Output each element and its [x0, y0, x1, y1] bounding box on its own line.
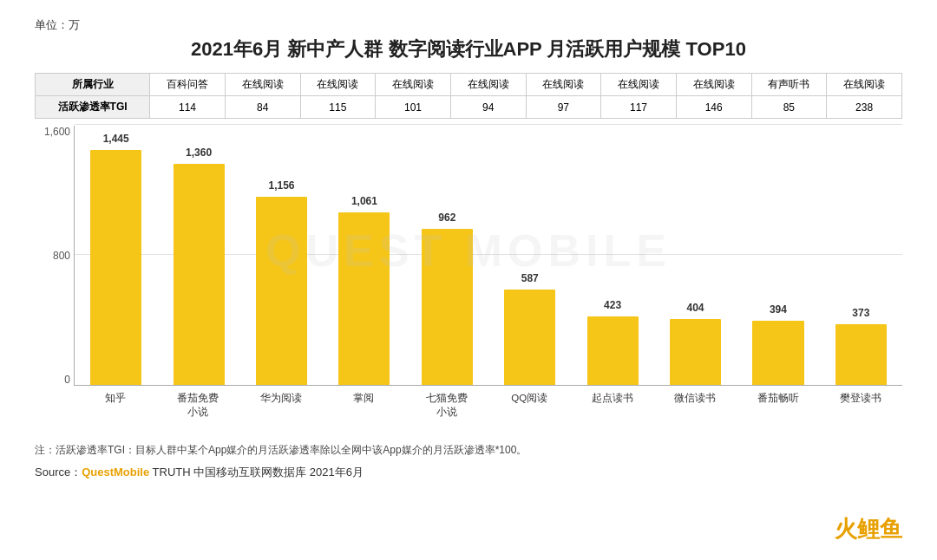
- bar-group-5: 587: [488, 126, 571, 385]
- bar-2: 1,156: [256, 197, 307, 385]
- table-col-header-tgi: 活跃渗透率TGI: [36, 96, 150, 119]
- main-container: 单位：万 2021年6月 新中产人群 数字阅读行业APP 月活跃用户规模 TOP…: [0, 0, 937, 560]
- bar-group-8: 394: [737, 126, 819, 385]
- y-axis: 1,6008000: [35, 126, 74, 386]
- table-cell-tgi-5: 97: [526, 96, 601, 119]
- table-cell-industry-6: 在线阅读: [601, 74, 677, 96]
- bar-value-2: 1,156: [268, 179, 294, 192]
- table-cell-tgi-6: 117: [601, 96, 677, 119]
- table-cell-tgi-7: 146: [676, 96, 751, 119]
- x-label-6: 起点读书: [571, 387, 654, 419]
- source-line: Source：QuestMobile TRUTH 中国移动互联网数据库 2021…: [35, 465, 902, 480]
- x-labels: 知乎番茄免费小说华为阅读掌阅七猫免费小说QQ阅读起点读书微信读书番茄畅听樊登读书: [74, 387, 902, 419]
- x-label-4: 七猫免费小说: [405, 387, 488, 419]
- source-brand: QuestMobile: [82, 466, 149, 479]
- bar-group-2: 1,156: [240, 126, 323, 385]
- bar-group-6: 423: [571, 126, 653, 385]
- bar-value-3: 1,061: [351, 195, 377, 207]
- x-label-text: 华为阅读: [260, 391, 302, 405]
- bar-9: 373: [835, 324, 887, 385]
- note: 注：活跃渗透率TGI：目标人群中某个App媒介的月活跃渗透率除以全网中该App媒…: [35, 443, 902, 458]
- bar-group-3: 1,061: [323, 126, 405, 385]
- table-cell-tgi-8: 85: [751, 96, 827, 119]
- source-suffix: TRUTH 中国移动互联网数据库 2021年6月: [149, 466, 364, 479]
- bar-3: 1,061: [338, 212, 390, 385]
- table-cell-tgi-3: 101: [376, 96, 451, 119]
- bar-5: 587: [504, 290, 555, 385]
- table-cell-industry-8: 有声听书: [751, 74, 827, 96]
- table-col-header-industry: 所属行业: [36, 74, 150, 96]
- bar-group-1: 1,360: [157, 126, 239, 385]
- x-label-7: 微信读书: [654, 387, 737, 419]
- info-table: 所属行业百科问答在线阅读在线阅读在线阅读在线阅读在线阅读在线阅读在线阅读有声听书…: [35, 73, 902, 119]
- x-label-text: 番茄免费: [177, 391, 219, 405]
- bar-value-1: 1,360: [186, 147, 212, 159]
- bar-0: 1,445: [90, 150, 141, 385]
- bar-4: 962: [422, 229, 473, 385]
- table-cell-industry-2: 在线阅读: [300, 74, 376, 96]
- y-axis-label: 0: [64, 374, 70, 386]
- chart-title: 2021年6月 新中产人群 数字阅读行业APP 月活跃用户规模 TOP10: [35, 36, 902, 62]
- x-label-text: 起点读书: [592, 391, 633, 405]
- x-label-8: 番茄畅听: [737, 387, 820, 419]
- unit-label: 单位：万: [35, 17, 902, 33]
- x-label-text: 番茄畅听: [757, 391, 799, 405]
- bar-group-0: 1,445: [75, 126, 157, 385]
- logo: 火鲤鱼: [835, 514, 902, 544]
- bar-value-5: 587: [521, 272, 539, 284]
- source-prefix: Source：: [35, 466, 82, 479]
- x-label-text: 知乎: [105, 391, 126, 405]
- bar-1: 1,360: [174, 164, 225, 385]
- grid-line-1600: [75, 124, 902, 125]
- bars-container: 1,4451,3601,1561,061962587423404394373: [74, 126, 902, 386]
- table-cell-tgi-2: 115: [300, 96, 376, 119]
- x-label-text: 小说: [436, 405, 457, 419]
- bar-value-7: 404: [687, 302, 704, 314]
- table-cell-industry-0: 百科问答: [150, 74, 226, 96]
- x-label-9: 樊登读书: [820, 387, 903, 419]
- bar-group-9: 373: [820, 126, 902, 385]
- bar-6: 423: [587, 316, 639, 385]
- table-cell-tgi-4: 94: [450, 96, 526, 119]
- bar-group-7: 404: [654, 126, 737, 385]
- x-label-2: 华为阅读: [239, 387, 323, 419]
- table-cell-industry-5: 在线阅读: [526, 74, 601, 96]
- y-axis-label: 1,600: [44, 126, 70, 138]
- table-cell-tgi-9: 238: [827, 96, 902, 119]
- x-label-3: 掌阅: [323, 387, 406, 419]
- chart-inner: 1,6008000 1,4451,3601,1561,0619625874234…: [35, 126, 902, 438]
- x-label-1: 番茄免费小说: [157, 387, 240, 419]
- logo-text: 火鲤鱼: [835, 516, 902, 542]
- x-label-text: 小说: [187, 405, 208, 419]
- table-cell-tgi-1: 84: [225, 96, 300, 119]
- bar-value-8: 394: [770, 303, 787, 316]
- table-cell-industry-7: 在线阅读: [676, 74, 751, 96]
- y-axis-label: 800: [53, 250, 70, 262]
- bar-value-4: 962: [438, 212, 455, 224]
- table-cell-industry-3: 在线阅读: [376, 74, 451, 96]
- table-cell-tgi-0: 114: [150, 96, 226, 119]
- bar-value-0: 1,445: [103, 133, 129, 145]
- x-label-text: 掌阅: [353, 391, 374, 405]
- x-label-5: QQ阅读: [488, 387, 572, 419]
- x-label-text: 七猫免费: [426, 391, 468, 405]
- table-cell-industry-4: 在线阅读: [450, 74, 526, 96]
- bar-group-4: 962: [406, 126, 488, 385]
- x-label-text: QQ阅读: [511, 391, 547, 405]
- bar-8: 394: [752, 321, 803, 385]
- bar-value-6: 423: [604, 299, 621, 311]
- bar-value-9: 373: [852, 307, 869, 319]
- table-cell-industry-1: 在线阅读: [225, 74, 300, 96]
- table-cell-industry-9: 在线阅读: [827, 74, 902, 96]
- x-label-text: 樊登读书: [840, 391, 881, 405]
- x-label-0: 知乎: [74, 387, 157, 419]
- chart-area: QUEST MOBILE 1,6008000 1,4451,3601,1561,…: [35, 126, 902, 438]
- bar-7: 404: [670, 319, 721, 385]
- x-label-text: 微信读书: [674, 391, 716, 405]
